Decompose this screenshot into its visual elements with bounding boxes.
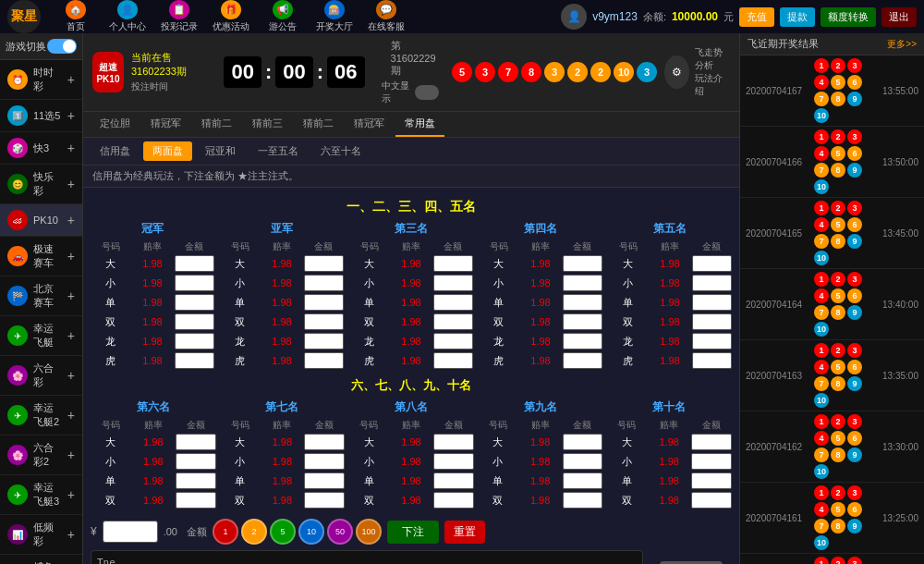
lang-switch[interactable]: [415, 85, 439, 100]
sidebar-add-3[interactable]: +: [67, 177, 75, 191]
bet-input-4-4[interactable]: [692, 333, 732, 349]
bet-input-1-0[interactable]: [304, 434, 345, 450]
sidebar-item-低频彩[interactable]: 📊 低频彩 +: [0, 515, 82, 555]
nav-home[interactable]: 🏠 首页: [52, 0, 100, 33]
sidebar-add-5[interactable]: +: [67, 249, 75, 264]
sidebar-item-捕鱼游戏[interactable]: 🐟 捕鱼游戏 +: [0, 555, 82, 564]
sidebar-item-幸运飞艇2[interactable]: ✈ 幸运飞艇2 +: [0, 396, 82, 435]
bet-input-0-2[interactable]: [175, 294, 214, 311]
bet-input-4-2[interactable]: [691, 472, 732, 489]
sidebar-item-极速赛车[interactable]: 🚗 极速赛车 +: [0, 237, 82, 276]
sub-tab-normal[interactable]: 两面盘: [143, 141, 192, 161]
bet-input-1-5[interactable]: [304, 352, 344, 369]
bet-tab-guaqian[interactable]: 猜前二: [192, 112, 241, 137]
bet-tab-changpan[interactable]: 常用盘: [395, 112, 444, 137]
withdraw-button[interactable]: 提款: [780, 7, 815, 27]
bet-input-3-0[interactable]: [563, 255, 602, 272]
sidebar-item-快乐彩[interactable]: 😊 快乐彩 +: [0, 165, 82, 204]
bet-input-2-2[interactable]: [433, 294, 473, 311]
bet-input-4-0[interactable]: [692, 255, 732, 272]
amount-input[interactable]: [103, 521, 158, 543]
bet-input-0-5[interactable]: [175, 352, 214, 369]
bet-input-2-0[interactable]: [433, 434, 474, 450]
bet-input-1-3[interactable]: [304, 492, 345, 509]
sidebar-item-北京赛车[interactable]: 🏁 北京赛车 +: [0, 276, 82, 316]
sidebar-item-幸运飞艇[interactable]: ✈ 幸运飞艇 +: [0, 316, 82, 356]
bet-input-4-1[interactable]: [692, 275, 732, 291]
chip-2[interactable]: 2: [241, 519, 267, 545]
bet-input-3-1[interactable]: [563, 453, 603, 470]
bet-input-1-0[interactable]: [304, 255, 344, 272]
bet-input-0-3[interactable]: [175, 313, 214, 330]
bet-input-1-2[interactable]: [304, 294, 344, 311]
bet-input-2-2[interactable]: [433, 472, 474, 489]
sidebar-add-11[interactable]: +: [67, 487, 75, 502]
recharge-button[interactable]: 充值: [739, 7, 774, 27]
analysis-link[interactable]: 飞走势分析: [695, 46, 730, 72]
bet-input-1-1[interactable]: [304, 453, 345, 470]
bet-input-2-3[interactable]: [433, 313, 473, 330]
nav-profile[interactable]: 👤 个人中心: [103, 0, 152, 33]
bet-input-4-5[interactable]: [692, 352, 732, 369]
bet-input-3-0[interactable]: [563, 434, 603, 450]
bet-input-2-0[interactable]: [433, 255, 473, 272]
nav-records[interactable]: 📋 投彩记录: [155, 0, 203, 33]
settings-wheel-icon[interactable]: ⚙: [664, 55, 689, 89]
sub-tab-top5[interactable]: 一至五名: [249, 141, 308, 161]
sidebar-item-快3[interactable]: 🎲 快3 +: [0, 132, 82, 165]
bet-input-0-4[interactable]: [175, 333, 214, 349]
sidebar-add-12[interactable]: +: [67, 527, 75, 542]
sidebar-item-幸运飞艇3[interactable]: ✈ 幸运飞艇3 +: [0, 475, 82, 515]
bet-input-1-1[interactable]: [304, 275, 344, 291]
bet-input-4-3[interactable]: [691, 492, 732, 509]
bet-input-1-4[interactable]: [304, 333, 344, 349]
rules-link[interactable]: 玩法介绍: [695, 72, 730, 98]
sidebar-add-10[interactable]: +: [67, 448, 75, 462]
bet-input-0-1[interactable]: [175, 275, 214, 291]
sidebar-item-六合彩[interactable]: 🌸 六合彩 +: [0, 356, 82, 396]
bet-tab-guasan[interactable]: 猜前三: [243, 112, 292, 137]
bet-tab-position[interactable]: 定位胆: [91, 112, 140, 137]
bet-input-3-4[interactable]: [563, 333, 602, 349]
nav-promo[interactable]: 🎁 优惠活动: [207, 0, 255, 33]
sidebar-item-时时彩[interactable]: ⏰ 时时彩 +: [0, 60, 82, 100]
sidebar-add-7[interactable]: +: [67, 328, 75, 343]
sidebar-add-6[interactable]: +: [67, 288, 75, 303]
bet-input-0-2[interactable]: [176, 472, 216, 489]
bet-input-3-2[interactable]: [563, 472, 603, 489]
bet-input-0-0[interactable]: [175, 255, 214, 272]
chip-100[interactable]: 100: [356, 519, 382, 545]
nav-open[interactable]: 🎰 开奖大厅: [310, 0, 359, 33]
bet-input-3-3[interactable]: [563, 313, 602, 330]
bet-tab-guazhu[interactable]: 猜冠军: [345, 112, 394, 137]
bet-input-4-3[interactable]: [692, 313, 732, 330]
bet-input-2-1[interactable]: [433, 453, 474, 470]
sidebar-item-六合彩2[interactable]: 🌸 六合彩2 +: [0, 435, 82, 475]
bet-input-2-3[interactable]: [433, 492, 474, 509]
chip-5[interactable]: 5: [270, 519, 296, 545]
chip-10[interactable]: 10: [298, 519, 324, 545]
sidebar-add-8[interactable]: +: [67, 368, 75, 383]
nav-service[interactable]: 💬 在线客服: [362, 0, 410, 33]
clear-button[interactable]: 重置: [444, 521, 485, 544]
submit-button[interactable]: 下注: [387, 521, 439, 544]
toggle-switch[interactable]: [47, 39, 77, 54]
bet-input-4-0[interactable]: [691, 434, 732, 450]
bet-input-3-3[interactable]: [563, 492, 603, 509]
bet-input-2-4[interactable]: [433, 333, 473, 349]
bet-tab-guaer[interactable]: 猜前二: [294, 112, 343, 137]
bet-input-1-3[interactable]: [304, 313, 344, 330]
sub-tab-credit[interactable]: 信用盘: [91, 141, 140, 161]
bet-input-2-1[interactable]: [433, 275, 473, 291]
sidebar-add-0[interactable]: +: [67, 72, 75, 87]
sidebar-add-9[interactable]: +: [67, 408, 75, 423]
bet-input-4-1[interactable]: [691, 453, 732, 470]
bet-input-0-3[interactable]: [176, 492, 216, 509]
refresh-button[interactable]: 额度转换: [821, 7, 876, 27]
bet-input-2-5[interactable]: [433, 352, 473, 369]
sidebar-add-1[interactable]: +: [67, 108, 75, 123]
sidebar-item-PK10[interactable]: 🏎 PK10 +: [0, 204, 82, 237]
chip-50[interactable]: 50: [327, 519, 353, 545]
bet-input-0-0[interactable]: [176, 434, 216, 450]
logout-button[interactable]: 退出: [881, 7, 917, 27]
